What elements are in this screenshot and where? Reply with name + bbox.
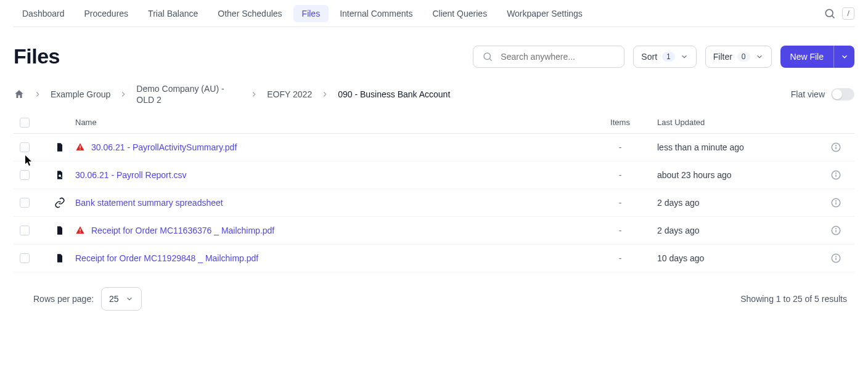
svg-rect-5 xyxy=(80,149,80,150)
column-name[interactable]: Name xyxy=(75,118,583,127)
chevron-down-icon xyxy=(680,52,689,61)
rows-per-page-value: 25 xyxy=(109,294,119,304)
last-updated-cell: about 23 hours ago xyxy=(657,170,817,180)
file-link[interactable]: Receipt for Order MC11929848 _ Mailchimp… xyxy=(75,253,258,263)
info-icon[interactable] xyxy=(817,253,854,264)
new-file-dropdown[interactable] xyxy=(833,46,854,68)
chevron-right-icon xyxy=(250,90,258,99)
page-title: Files xyxy=(14,44,60,68)
nav-tab-trial-balance[interactable]: Trial Balance xyxy=(139,5,207,22)
search-input-wrapper[interactable] xyxy=(473,46,624,68)
top-nav: DashboardProceduresTrial BalanceOther Sc… xyxy=(14,0,854,27)
filter-button[interactable]: Filter 0 xyxy=(705,46,772,68)
file-link[interactable]: Receipt for Order MC11636376 _ Mailchimp… xyxy=(91,226,274,235)
items-cell: - xyxy=(583,253,657,263)
nav-tab-dashboard[interactable]: Dashboard xyxy=(14,5,73,22)
new-file-button[interactable]: New File xyxy=(780,46,833,68)
chevron-down-icon xyxy=(125,295,134,303)
last-updated-cell: 10 days ago xyxy=(657,253,817,263)
rows-per-page-label: Rows per page: xyxy=(33,294,94,304)
table-row: Receipt for Order MC11636376 _ Mailchimp… xyxy=(14,217,854,245)
breadcrumb: Example Group Demo Company (AU) - OLD 2 … xyxy=(14,83,450,105)
row-checkbox[interactable] xyxy=(20,142,30,152)
file-link[interactable]: 30.06.21 - Payroll Report.csv xyxy=(75,170,187,180)
svg-point-24 xyxy=(836,256,837,257)
svg-point-2 xyxy=(484,53,491,60)
table-row: Bank statement summary spreadsheet-2 day… xyxy=(14,189,854,217)
chevron-right-icon xyxy=(321,90,329,99)
file-icon xyxy=(44,142,75,153)
table-row: Receipt for Order MC11929848 _ Mailchimp… xyxy=(14,245,854,272)
filter-label: Filter xyxy=(713,52,732,62)
last-updated-cell: 2 days ago xyxy=(657,198,817,208)
row-checkbox[interactable] xyxy=(20,253,30,263)
sort-count: 1 xyxy=(662,52,675,62)
nav-tab-other-schedules[interactable]: Other Schedules xyxy=(209,5,290,22)
info-icon[interactable] xyxy=(817,169,854,181)
svg-rect-17 xyxy=(80,229,80,232)
table-row: 30.06.21 - Payroll Report.csv-about 23 h… xyxy=(14,161,854,189)
file-search-icon xyxy=(44,169,75,181)
breadcrumb-item[interactable]: Example Group xyxy=(51,89,110,100)
svg-line-3 xyxy=(490,59,492,60)
sort-button[interactable]: Sort 1 xyxy=(633,46,696,68)
nav-tab-files[interactable]: Files xyxy=(293,5,329,22)
flat-view-label: Flat view xyxy=(791,89,825,99)
row-checkbox[interactable] xyxy=(20,226,30,235)
info-icon[interactable] xyxy=(817,197,854,208)
info-icon[interactable] xyxy=(817,142,854,153)
last-updated-cell: 2 days ago xyxy=(657,226,817,235)
chevron-right-icon xyxy=(119,90,128,99)
row-checkbox[interactable] xyxy=(20,170,30,180)
keyboard-shortcut-hint: / xyxy=(842,7,854,20)
column-last-updated[interactable]: Last Updated xyxy=(657,118,817,127)
row-checkbox[interactable] xyxy=(20,198,30,208)
search-input[interactable] xyxy=(499,51,615,62)
link-icon xyxy=(44,197,75,208)
svg-point-16 xyxy=(836,201,837,202)
search-icon[interactable] xyxy=(824,7,836,20)
svg-point-21 xyxy=(836,229,837,229)
file-link[interactable]: 30.06.21 - PayrollActivitySummary.pdf xyxy=(91,142,237,152)
svg-rect-18 xyxy=(80,232,80,233)
nav-tab-procedures[interactable]: Procedures xyxy=(76,5,137,22)
svg-rect-4 xyxy=(80,146,80,149)
results-summary: Showing 1 to 25 of 5 results xyxy=(740,294,847,304)
rows-per-page-select[interactable]: 25 xyxy=(101,287,142,311)
last-updated-cell: less than a minute ago xyxy=(657,142,817,152)
items-cell: - xyxy=(583,142,657,152)
nav-tab-internal-comments[interactable]: Internal Comments xyxy=(331,5,421,22)
warning-icon xyxy=(75,142,85,152)
info-icon[interactable] xyxy=(817,225,854,236)
sort-label: Sort xyxy=(641,52,657,62)
table-header: Name Items Last Updated xyxy=(14,112,854,134)
flat-view-toggle[interactable] xyxy=(831,88,854,100)
nav-tab-client-queries[interactable]: Client Queries xyxy=(424,5,496,22)
svg-point-8 xyxy=(836,145,837,146)
filter-count: 0 xyxy=(737,52,750,62)
chevron-down-icon xyxy=(840,52,849,61)
svg-point-13 xyxy=(836,173,837,174)
items-cell: - xyxy=(583,226,657,235)
warning-icon xyxy=(75,226,85,235)
select-all-checkbox[interactable] xyxy=(20,118,30,128)
items-cell: - xyxy=(583,198,657,208)
table-row: 30.06.21 - PayrollActivitySummary.pdf-le… xyxy=(14,134,854,161)
file-icon xyxy=(44,253,75,264)
search-icon xyxy=(482,51,493,62)
file-icon xyxy=(44,225,75,236)
file-link[interactable]: Bank statement summary spreadsheet xyxy=(75,198,223,208)
items-cell: - xyxy=(583,170,657,180)
home-icon[interactable] xyxy=(14,89,25,100)
chevron-down-icon xyxy=(755,52,764,61)
breadcrumb-item: 090 - Business Bank Account xyxy=(338,89,450,100)
svg-point-0 xyxy=(825,9,833,17)
column-items[interactable]: Items xyxy=(583,118,657,127)
breadcrumb-item[interactable]: Demo Company (AU) - OLD 2 xyxy=(136,83,241,105)
nav-tab-workpaper-settings[interactable]: Workpaper Settings xyxy=(498,5,591,22)
chevron-right-icon xyxy=(33,90,42,99)
svg-line-1 xyxy=(832,15,835,18)
breadcrumb-item[interactable]: EOFY 2022 xyxy=(267,89,312,100)
